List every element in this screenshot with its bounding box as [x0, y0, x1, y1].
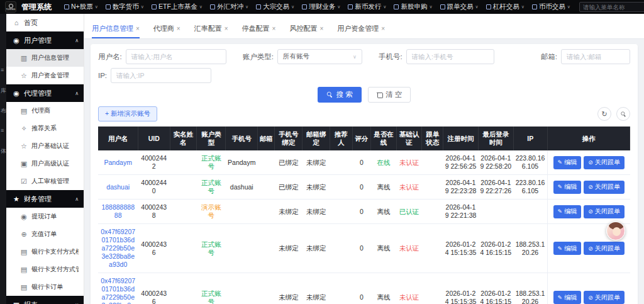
sidebar-item-label: 用户信息管理 [31, 53, 69, 62]
sidebar-item-用户基础认证[interactable]: ☆用户基础认证 [6, 137, 84, 155]
sidebar-item-银行卡支付方式模板[interactable]: ▤银行卡支付方式模板 [6, 243, 84, 261]
account-type-select[interactable]: 所有账号 ∨ [277, 49, 362, 64]
close-follow-icon: ⊘ [588, 184, 593, 190]
menu-search-input[interactable] [583, 4, 641, 11]
agent-icon: ◉ [13, 89, 20, 98]
user-funds-icon: ☆ [20, 72, 28, 80]
close-follow-button[interactable]: ⊘关闭跟单 [584, 156, 625, 169]
menu-icon [152, 4, 157, 9]
rail-glyph: 库 [1, 87, 6, 95]
email-input[interactable] [561, 49, 630, 64]
sidebar-item-用户高级认证[interactable]: ▣用户高级认证 [6, 155, 84, 172]
username-link[interactable]: Pandaym [104, 159, 132, 166]
add-demo-account-button[interactable]: + 新增演示账号 [98, 106, 157, 121]
chevron-down-icon: ∨ [383, 4, 386, 9]
sidebar-item-代理商[interactable]: ▤代理商 [6, 102, 84, 120]
sidebar-item-提现订单[interactable]: ◉提现订单 [6, 208, 84, 225]
tab-用户资金管理[interactable]: 用户资金管理× [337, 24, 385, 38]
nav-item-杠杆交易[interactable]: 杠杆交易∨ [482, 0, 528, 14]
nav-item-币币交易[interactable]: 币币交易∨ [528, 0, 574, 14]
sidebar-item-充值订单[interactable]: ⊕充值订单 [6, 225, 84, 243]
tab-风控配置[interactable]: 风控配置× [289, 24, 323, 38]
ip-filter: IP: [98, 68, 211, 83]
column-header-用户名: 用户名 [98, 127, 138, 150]
close-icon[interactable]: × [381, 26, 385, 32]
nav-search [579, 2, 644, 12]
tab-label: 代理商 [153, 24, 174, 33]
nav-item-理财业务[interactable]: 理财业务∨ [298, 0, 344, 14]
tab-代理商[interactable]: 代理商× [153, 24, 180, 38]
sidebar-item-用户管理[interactable]: ◉用户管理∧ [6, 31, 84, 49]
nav-item-新币发行[interactable]: 新币发行∨ [344, 0, 390, 14]
close-follow-button[interactable]: ⊘关闭跟单 [584, 242, 625, 255]
edit-button[interactable]: ✎编辑 [553, 291, 582, 304]
sidebar-item-代理管理[interactable]: ◉代理管理∧ [6, 84, 84, 102]
search-button-label: 搜 索 [336, 90, 353, 99]
username-input[interactable] [126, 49, 226, 64]
nav-item-跟单交易[interactable]: 跟单交易∨ [436, 0, 482, 14]
edit-button[interactable]: ✎编辑 [553, 181, 582, 194]
chevron-down-icon: ∨ [199, 4, 203, 9]
sidebar-item-报表[interactable]: ▦报表∨ [6, 296, 84, 304]
chevron-down-icon: ∨ [95, 4, 98, 9]
tab-label: 用户资金管理 [337, 24, 379, 33]
close-follow-button[interactable]: ⊘关闭跟单 [584, 205, 625, 218]
edit-icon: ✎ [558, 208, 563, 215]
close-follow-button[interactable]: ⊘关闭跟单 [584, 291, 625, 304]
sidebar-item-银行卡支付方式管理[interactable]: ▤银行卡支付方式管理 [6, 261, 84, 278]
sidebar-item-银行卡订单[interactable]: ▤银行卡订单 [6, 278, 84, 296]
sidebar-item-首页[interactable]: ⌂首页 [6, 14, 84, 31]
cell: 未绑定 [303, 200, 330, 224]
cell: 223.80.166.105 [513, 175, 547, 200]
logo[interactable]: TURING [5, 1, 16, 13]
nav-item-外汇对冲[interactable]: 外汇对冲∨ [206, 0, 252, 14]
nav-item-新股申购[interactable]: 新股申购∨ [390, 0, 436, 14]
nav-item-大宗交易[interactable]: 大宗交易∨ [252, 0, 298, 14]
chevron-down-icon: ∨ [521, 4, 525, 9]
sidebar-item-推荐关系[interactable]: ✧推荐关系 [6, 120, 84, 137]
cell: 40002436 [138, 224, 170, 273]
sidebar-item-用户信息管理[interactable]: ▥用户信息管理 [6, 49, 84, 67]
cell [258, 200, 275, 224]
column-search-button[interactable] [616, 107, 630, 121]
edit-button[interactable]: ✎编辑 [553, 242, 582, 255]
cell: 未绑定 [303, 273, 330, 304]
refresh-button[interactable]: ↻ [597, 107, 611, 121]
cell: 2026-01-24 16:15:15 [478, 273, 513, 304]
tab-bar: 用户信息管理×代理商×汇率配置×停盘配置×风控配置×用户资金管理× [84, 14, 644, 39]
tab-用户信息管理[interactable]: 用户信息管理× [92, 24, 140, 38]
home-icon: ⌂ [13, 19, 20, 26]
close-follow-button[interactable]: ⊘关闭跟单 [584, 181, 625, 194]
username-link[interactable]: dashuai [106, 183, 130, 191]
edit-button[interactable]: ✎编辑 [553, 205, 582, 218]
cell: 离线 [371, 273, 397, 304]
close-icon[interactable]: × [177, 26, 180, 32]
phone-input[interactable] [406, 49, 494, 64]
cell: 2026-04-19 22:27:26 [478, 175, 513, 200]
service-avatar[interactable] [606, 222, 625, 240]
menu-icon [440, 4, 445, 9]
username-link[interactable]: 0x47f6920701701b36da7229b50e3e328ba8ea93… [101, 277, 135, 304]
nav-item-N+股票[interactable]: N+股票∨ [60, 0, 102, 14]
clear-button[interactable]: 清 空 [368, 87, 411, 103]
close-icon[interactable]: × [225, 26, 228, 32]
tab-汇率配置[interactable]: 汇率配置× [194, 24, 228, 38]
username-link[interactable]: 0x47f6920701701b36da7229b50e3e328ba8ea93… [101, 228, 135, 268]
sidebar-item-用户资金管理[interactable]: ☆用户资金管理 [6, 67, 84, 84]
column-header-操作: 操作 [547, 127, 630, 150]
user-info-icon: ▥ [20, 54, 28, 62]
cell-username: dashuai [98, 175, 138, 200]
close-icon[interactable]: × [319, 26, 323, 32]
cell: 40002440 [138, 175, 170, 200]
ip-input[interactable] [111, 68, 211, 83]
search-button[interactable]: 搜 索 [318, 87, 362, 103]
tab-停盘配置[interactable]: 停盘配置× [242, 24, 276, 38]
sidebar-item-人工审核管理[interactable]: ☑人工审核管理 [6, 172, 84, 190]
close-icon[interactable]: × [272, 26, 276, 32]
nav-item-ETF上市基金[interactable]: ETF上市基金∨ [148, 0, 206, 14]
nav-item-数字货币[interactable]: 数字货币∨ [102, 0, 148, 14]
username-link[interactable]: 18888888888 [101, 203, 135, 219]
edit-button[interactable]: ✎编辑 [553, 156, 582, 169]
sidebar-item-财务管理[interactable]: ★财务管理∧ [6, 190, 84, 208]
close-icon[interactable]: × [136, 26, 140, 32]
